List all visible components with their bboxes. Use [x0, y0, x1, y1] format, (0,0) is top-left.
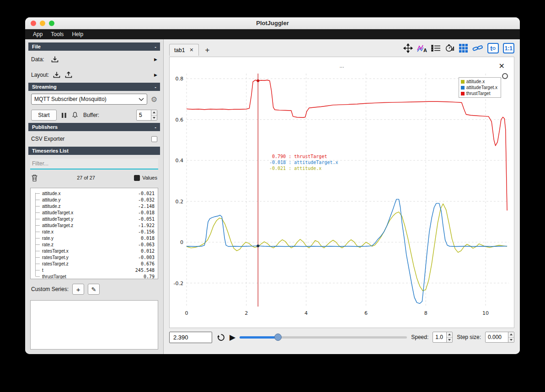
edit-custom-series-button[interactable]: ✎ — [88, 284, 100, 295]
buffer-input[interactable] — [137, 110, 151, 120]
layout-menu-arrow-icon[interactable]: ▶ — [154, 73, 157, 77]
slider-handle[interactable] — [274, 334, 282, 341]
collapse-icon[interactable]: - — [155, 44, 156, 49]
time-tracker-icon[interactable] — [445, 44, 454, 53]
tracker-annotation-line: -0.021 : attitude.x — [269, 165, 338, 171]
gear-icon[interactable]: ⚙ — [151, 95, 157, 104]
spin-down-icon[interactable] — [508, 337, 514, 343]
csv-exporter-row: CSV Exporter — [28, 131, 160, 147]
curve-style-icon[interactable]: A — [417, 44, 427, 53]
svg-text:0.4: 0.4 — [176, 158, 184, 164]
list-item[interactable]: thrustTarget0.79 — [31, 273, 158, 279]
maximize-window-button[interactable] — [49, 21, 54, 26]
step-size-spinbox[interactable] — [485, 332, 514, 343]
timeseries-header-label: Timeseries List — [32, 148, 69, 154]
pause-icon[interactable] — [61, 112, 67, 118]
legend-entry[interactable]: attitude.x — [461, 79, 497, 84]
menu-tools[interactable]: Tools — [47, 30, 68, 38]
add-tab-button[interactable]: + — [203, 46, 213, 55]
streaming-source-row: MQTT Subscriber (Mosquitto) ⚙ — [28, 91, 160, 107]
list-item[interactable]: ratesTarget.x0.012 — [31, 248, 158, 254]
collapse-icon[interactable]: - — [155, 84, 156, 90]
grid-layout-icon[interactable] — [459, 43, 468, 53]
list-item[interactable]: attitude.z-2.148 — [31, 203, 158, 209]
spin-down-icon[interactable] — [447, 337, 452, 343]
plot-close-icon[interactable]: ✕ — [499, 62, 505, 70]
custom-series-list[interactable] — [30, 300, 158, 350]
timeline-slider[interactable] — [240, 336, 407, 339]
streaming-source-select[interactable]: MQTT Subscriber (Mosquitto) — [31, 94, 147, 105]
list-item[interactable]: ratesTarget.y-0.003 — [31, 254, 158, 260]
tree-branch — [36, 206, 40, 207]
speed-spinbox[interactable] — [433, 332, 453, 343]
svg-text:0.2: 0.2 — [176, 199, 184, 205]
spin-up-icon[interactable] — [151, 110, 157, 115]
list-item[interactable]: attitude.x-0.021 — [31, 190, 158, 196]
list-item[interactable]: rate.z-0.063 — [31, 241, 158, 248]
list-item[interactable]: t245.548 — [31, 267, 158, 273]
section-header-file[interactable]: File - — [28, 42, 160, 51]
trash-icon[interactable] — [31, 174, 38, 182]
tree-branch — [36, 276, 40, 277]
add-custom-series-button[interactable]: + — [72, 284, 84, 295]
minimize-window-button[interactable] — [40, 21, 45, 26]
svg-text:10: 10 — [482, 310, 489, 316]
legend-entry[interactable]: thrustTarget — [461, 91, 497, 96]
data-menu-arrow-icon[interactable]: ▶ — [154, 57, 157, 62]
csv-exporter-label: CSV Exporter — [31, 136, 64, 142]
legend-collapse-circle[interactable] — [502, 73, 508, 79]
tree-branch — [36, 264, 40, 264]
menu-help[interactable]: Help — [68, 30, 87, 38]
spin-down-icon[interactable] — [151, 115, 157, 121]
close-window-button[interactable] — [31, 21, 36, 26]
list-item[interactable]: attitude.y-0.032 — [31, 196, 158, 203]
step-size-input[interactable] — [486, 332, 508, 342]
list-item[interactable]: attitudeTarget.z-1.922 — [31, 222, 158, 228]
menu-app[interactable]: App — [29, 30, 47, 38]
app-window: PlotJuggler AppToolsHelp File - Data: ▶ … — [25, 17, 520, 354]
traffic-lights — [31, 21, 54, 26]
section-header-publishers[interactable]: Publishers - — [28, 123, 160, 131]
values-checkbox[interactable] — [134, 175, 140, 181]
plot-legend[interactable]: attitude.xattitudeTarget.xthrustTarget — [459, 77, 501, 98]
plot-panel[interactable]: -0.200.20.40.60.80246810 ... ✕ attitude.… — [169, 57, 514, 328]
save-layout-icon[interactable] — [64, 71, 73, 79]
time-offset-button[interactable]: tO — [487, 43, 499, 53]
speed-input[interactable] — [433, 332, 446, 342]
loop-icon[interactable] — [216, 333, 225, 342]
link-axes-icon[interactable] — [472, 44, 483, 53]
tab-bar: tab1 ✕ + A — [164, 39, 520, 56]
section-header-timeseries[interactable]: Timeseries List — [28, 147, 160, 155]
tab-close-icon[interactable]: ✕ — [189, 47, 193, 53]
tab-tab1[interactable]: tab1 ✕ — [169, 44, 199, 56]
pan-zoom-icon[interactable] — [403, 43, 413, 53]
tree-branch — [36, 225, 40, 226]
tree-branch — [36, 251, 40, 251]
list-item[interactable]: ratesTarget.z0.676 — [31, 260, 158, 267]
filter-input[interactable] — [30, 159, 158, 170]
load-data-icon[interactable] — [51, 56, 59, 63]
load-layout-icon[interactable] — [53, 71, 61, 79]
bell-icon[interactable] — [71, 111, 79, 119]
list-item[interactable]: rate.x-0.156 — [31, 228, 158, 235]
series-value: -0.051 — [138, 217, 155, 222]
svg-text:0.8: 0.8 — [176, 76, 184, 82]
play-button[interactable]: ▶ — [230, 333, 235, 342]
legend-entry[interactable]: attitudeTarget.x — [461, 85, 497, 90]
start-button[interactable]: Start — [31, 110, 57, 121]
svg-text:0: 0 — [185, 310, 188, 316]
time-input[interactable] — [169, 332, 212, 343]
list-item[interactable]: attitudeTarget.x-0.018 — [31, 209, 158, 216]
collapse-icon[interactable]: - — [155, 124, 156, 130]
list-item[interactable]: rate.y0.018 — [31, 235, 158, 241]
spin-up-icon[interactable] — [508, 332, 514, 337]
ratio-1-1-button[interactable]: 1:1 — [503, 43, 514, 53]
series-name: rate.y — [42, 236, 141, 241]
section-header-streaming[interactable]: Streaming - — [28, 83, 160, 91]
csv-exporter-checkbox[interactable] — [151, 136, 157, 142]
legend-toggle-icon[interactable] — [431, 44, 441, 52]
list-item[interactable]: attitudeTarget.y-0.051 — [31, 216, 158, 222]
buffer-spinbox[interactable] — [136, 110, 157, 121]
values-label: Values — [142, 175, 157, 180]
spin-up-icon[interactable] — [447, 332, 452, 337]
